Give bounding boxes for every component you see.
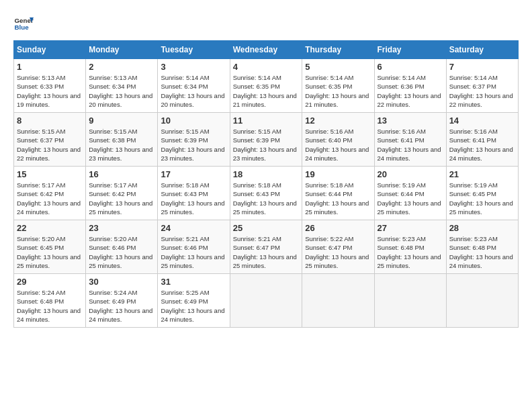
- day-number: 17: [161, 169, 226, 179]
- day-number: 29: [17, 277, 83, 287]
- day-info: Sunrise: 5:14 AMSunset: 6:37 PMDaylight:…: [449, 74, 513, 108]
- day-info: Sunrise: 5:19 AMSunset: 6:45 PMDaylight:…: [449, 181, 513, 216]
- day-info: Sunrise: 5:22 AMSunset: 6:47 PMDaylight:…: [305, 235, 369, 269]
- day-number: 1: [17, 62, 83, 72]
- calendar-cell: 23 Sunrise: 5:20 AMSunset: 6:46 PMDaylig…: [86, 220, 158, 274]
- weekday-header-tuesday: Tuesday: [158, 41, 230, 59]
- calendar-cell: 10 Sunrise: 5:15 AMSunset: 6:39 PMDaylig…: [158, 113, 230, 167]
- day-info: Sunrise: 5:21 AMSunset: 6:46 PMDaylight:…: [161, 235, 224, 269]
- day-number: 27: [378, 223, 443, 233]
- calendar-cell: 14 Sunrise: 5:16 AMSunset: 6:41 PMDaylig…: [446, 113, 518, 167]
- calendar-cell: 30 Sunrise: 5:24 AMSunset: 6:49 PMDaylig…: [86, 274, 158, 328]
- calendar-cell: 29 Sunrise: 5:24 AMSunset: 6:48 PMDaylig…: [14, 274, 86, 328]
- svg-text:Blue: Blue: [15, 24, 30, 31]
- day-number: 14: [449, 116, 515, 126]
- day-number: 7: [449, 62, 515, 72]
- calendar-cell: 21 Sunrise: 5:19 AMSunset: 6:45 PMDaylig…: [446, 167, 518, 220]
- calendar-cell: 13 Sunrise: 5:16 AMSunset: 6:41 PMDaylig…: [374, 113, 446, 167]
- day-info: Sunrise: 5:23 AMSunset: 6:48 PMDaylight:…: [449, 235, 513, 269]
- calendar-cell: 16 Sunrise: 5:17 AMSunset: 6:42 PMDaylig…: [86, 167, 158, 220]
- day-number: 20: [378, 169, 443, 179]
- day-info: Sunrise: 5:14 AMSunset: 6:36 PMDaylight:…: [378, 74, 441, 108]
- calendar-cell: [374, 274, 446, 328]
- calendar-cell: 27 Sunrise: 5:23 AMSunset: 6:48 PMDaylig…: [374, 220, 446, 274]
- day-info: Sunrise: 5:17 AMSunset: 6:42 PMDaylight:…: [89, 181, 152, 216]
- day-number: 28: [449, 223, 515, 233]
- day-number: 10: [161, 116, 226, 126]
- day-info: Sunrise: 5:25 AMSunset: 6:49 PMDaylight:…: [161, 289, 224, 323]
- day-number: 5: [305, 62, 371, 72]
- day-info: Sunrise: 5:21 AMSunset: 6:47 PMDaylight:…: [233, 235, 297, 269]
- calendar-cell: [302, 274, 374, 328]
- day-info: Sunrise: 5:14 AMSunset: 6:35 PMDaylight:…: [233, 74, 297, 108]
- weekday-header-thursday: Thursday: [302, 41, 374, 59]
- day-number: 2: [89, 62, 154, 72]
- weekday-header-monday: Monday: [86, 41, 158, 59]
- day-info: Sunrise: 5:18 AMSunset: 6:43 PMDaylight:…: [161, 181, 224, 216]
- calendar-cell: 20 Sunrise: 5:19 AMSunset: 6:44 PMDaylig…: [374, 167, 446, 220]
- day-number: 16: [89, 169, 154, 179]
- calendar-cell: 31 Sunrise: 5:25 AMSunset: 6:49 PMDaylig…: [158, 274, 230, 328]
- day-number: 19: [305, 169, 371, 179]
- day-number: 6: [378, 62, 443, 72]
- day-number: 9: [89, 116, 154, 126]
- day-number: 30: [89, 277, 154, 287]
- day-info: Sunrise: 5:14 AMSunset: 6:35 PMDaylight:…: [305, 74, 369, 108]
- day-number: 25: [233, 223, 300, 233]
- day-info: Sunrise: 5:18 AMSunset: 6:44 PMDaylight:…: [305, 181, 369, 216]
- calendar-cell: 1 Sunrise: 5:13 AMSunset: 6:33 PMDayligh…: [14, 59, 86, 113]
- calendar-cell: [230, 274, 302, 328]
- day-info: Sunrise: 5:14 AMSunset: 6:34 PMDaylight:…: [161, 74, 224, 108]
- calendar-cell: 17 Sunrise: 5:18 AMSunset: 6:43 PMDaylig…: [158, 167, 230, 220]
- day-number: 8: [17, 116, 83, 126]
- logo: General Blue: [13, 13, 36, 34]
- calendar-cell: 2 Sunrise: 5:13 AMSunset: 6:34 PMDayligh…: [86, 59, 158, 113]
- day-info: Sunrise: 5:13 AMSunset: 6:34 PMDaylight:…: [89, 74, 152, 108]
- calendar-cell: 12 Sunrise: 5:16 AMSunset: 6:40 PMDaylig…: [302, 113, 374, 167]
- calendar-cell: 26 Sunrise: 5:22 AMSunset: 6:47 PMDaylig…: [302, 220, 374, 274]
- day-info: Sunrise: 5:15 AMSunset: 6:39 PMDaylight:…: [161, 128, 224, 162]
- calendar-cell: 11 Sunrise: 5:15 AMSunset: 6:39 PMDaylig…: [230, 113, 302, 167]
- day-info: Sunrise: 5:13 AMSunset: 6:33 PMDaylight:…: [17, 74, 81, 108]
- day-number: 3: [161, 62, 226, 72]
- day-number: 21: [449, 169, 515, 179]
- day-number: 26: [305, 223, 371, 233]
- day-number: 15: [17, 169, 83, 179]
- weekday-header-friday: Friday: [374, 41, 446, 59]
- day-info: Sunrise: 5:18 AMSunset: 6:43 PMDaylight:…: [233, 181, 297, 216]
- calendar-cell: 28 Sunrise: 5:23 AMSunset: 6:48 PMDaylig…: [446, 220, 518, 274]
- day-number: 13: [378, 116, 443, 126]
- weekday-header-wednesday: Wednesday: [230, 41, 302, 59]
- calendar-cell: 24 Sunrise: 5:21 AMSunset: 6:46 PMDaylig…: [158, 220, 230, 274]
- calendar-cell: 18 Sunrise: 5:18 AMSunset: 6:43 PMDaylig…: [230, 167, 302, 220]
- day-number: 31: [161, 277, 226, 287]
- calendar-cell: 22 Sunrise: 5:20 AMSunset: 6:45 PMDaylig…: [14, 220, 86, 274]
- day-info: Sunrise: 5:16 AMSunset: 6:41 PMDaylight:…: [449, 128, 513, 162]
- calendar-week-4: 22 Sunrise: 5:20 AMSunset: 6:45 PMDaylig…: [14, 220, 519, 274]
- calendar-cell: 4 Sunrise: 5:14 AMSunset: 6:35 PMDayligh…: [230, 59, 302, 113]
- day-info: Sunrise: 5:16 AMSunset: 6:41 PMDaylight:…: [378, 128, 441, 162]
- calendar-cell: 15 Sunrise: 5:17 AMSunset: 6:42 PMDaylig…: [14, 167, 86, 220]
- day-info: Sunrise: 5:20 AMSunset: 6:45 PMDaylight:…: [17, 235, 81, 269]
- day-number: 18: [233, 169, 300, 179]
- day-info: Sunrise: 5:23 AMSunset: 6:48 PMDaylight:…: [378, 235, 441, 269]
- header: General Blue: [13, 13, 519, 34]
- calendar-cell: 3 Sunrise: 5:14 AMSunset: 6:34 PMDayligh…: [158, 59, 230, 113]
- day-number: 11: [233, 116, 300, 126]
- logo-icon: General Blue: [13, 13, 34, 34]
- calendar-table: SundayMondayTuesdayWednesdayThursdayFrid…: [13, 40, 519, 328]
- weekday-header-row: SundayMondayTuesdayWednesdayThursdayFrid…: [14, 41, 519, 59]
- day-info: Sunrise: 5:16 AMSunset: 6:40 PMDaylight:…: [305, 128, 369, 162]
- calendar-cell: 9 Sunrise: 5:15 AMSunset: 6:38 PMDayligh…: [86, 113, 158, 167]
- calendar-cell: 7 Sunrise: 5:14 AMSunset: 6:37 PMDayligh…: [446, 59, 518, 113]
- day-info: Sunrise: 5:19 AMSunset: 6:44 PMDaylight:…: [378, 181, 441, 216]
- calendar-cell: 25 Sunrise: 5:21 AMSunset: 6:47 PMDaylig…: [230, 220, 302, 274]
- day-number: 12: [305, 116, 371, 126]
- day-number: 4: [233, 62, 300, 72]
- day-info: Sunrise: 5:15 AMSunset: 6:37 PMDaylight:…: [17, 128, 81, 162]
- day-info: Sunrise: 5:24 AMSunset: 6:48 PMDaylight:…: [17, 289, 81, 323]
- day-info: Sunrise: 5:15 AMSunset: 6:38 PMDaylight:…: [89, 128, 152, 162]
- day-info: Sunrise: 5:15 AMSunset: 6:39 PMDaylight:…: [233, 128, 297, 162]
- calendar-cell: [446, 274, 518, 328]
- day-number: 23: [89, 223, 154, 233]
